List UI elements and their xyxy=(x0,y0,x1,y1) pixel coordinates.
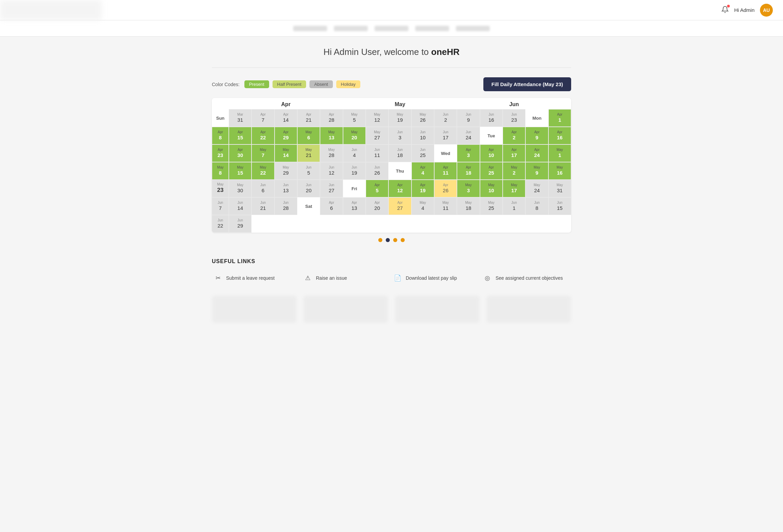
cal-cell: May8 xyxy=(212,162,229,180)
useful-links-grid: ✂Submit a leave request⚠Raise an issue📄D… xyxy=(212,271,571,285)
cal-cell: Jun18 xyxy=(388,144,411,162)
link-icon: 📄 xyxy=(393,273,402,283)
cal-cell: Apr22 xyxy=(252,127,274,144)
controls-row: Color Codes: Present Half Present Absent… xyxy=(212,77,571,91)
useful-link-item[interactable]: ⚠Raise an issue xyxy=(302,271,392,285)
notification-dot xyxy=(727,5,730,7)
cal-cell: Apr30 xyxy=(229,144,252,162)
cal-cell: May14 xyxy=(275,144,297,162)
pagination-dot-1[interactable] xyxy=(378,238,382,242)
bottom-blur-row xyxy=(212,296,571,323)
cal-cell: Jun13 xyxy=(275,180,297,197)
cal-cell: Jun14 xyxy=(229,197,252,215)
cal-cell: Jun2 xyxy=(434,109,457,127)
pagination-dots xyxy=(212,233,571,245)
useful-link-item[interactable]: ◎See assigned current objectives xyxy=(481,271,571,285)
useful-links-section: USEFUL LINKS ✂Submit a leave request⚠Rai… xyxy=(212,258,571,285)
month-jun: Jun xyxy=(457,98,571,109)
cal-cell: Jun16 xyxy=(480,109,503,127)
pagination-dot-3[interactable] xyxy=(393,238,397,242)
cal-cell: Apr10 xyxy=(480,144,503,162)
cal-cell: Apr17 xyxy=(503,144,525,162)
cal-cell: Jun19 xyxy=(343,162,366,180)
cal-cell: Apr6 xyxy=(320,197,343,215)
cal-cell: Apr4 xyxy=(411,162,434,180)
month-apr: Apr xyxy=(229,98,343,109)
cal-cell: May26 xyxy=(411,109,434,127)
cal-cell: Jun11 xyxy=(366,144,388,162)
cal-cell: Apr11 xyxy=(434,162,457,180)
cal-cell: May1 xyxy=(548,144,571,162)
blur-card xyxy=(395,296,480,323)
fill-attendance-button[interactable]: Fill Daily Attendance (May 23) xyxy=(483,77,571,91)
cal-cell: May23 xyxy=(212,180,229,197)
cal-cell: Jun24 xyxy=(457,127,480,144)
cal-cell: May30 xyxy=(229,180,252,197)
cal-cell: Jun29 xyxy=(229,215,252,233)
notification-icon[interactable] xyxy=(721,6,729,15)
topbar-blur xyxy=(0,0,102,20)
cal-cell: Apr24 xyxy=(525,144,548,162)
nav-bar xyxy=(0,20,783,37)
brand-name: oneHR xyxy=(431,47,460,57)
cal-cell: Jun7 xyxy=(212,197,229,215)
cal-cell: May6 xyxy=(297,127,320,144)
cal-cell: May15 xyxy=(229,162,252,180)
cal-cell: Jun27 xyxy=(320,180,343,197)
cal-cell: May4 xyxy=(411,197,434,215)
cal-cell: May20 xyxy=(343,127,366,144)
cal-cell: Jun9 xyxy=(457,109,480,127)
link-label: Submit a leave request xyxy=(226,275,275,281)
cal-cell: May21 xyxy=(297,144,320,162)
cal-row-label-wed: Wed xyxy=(434,144,457,162)
cal-cell: May24 xyxy=(525,180,548,197)
cal-cell: Apr21 xyxy=(297,109,320,127)
cal-cell: Mar31 xyxy=(229,109,252,127)
cal-cell: Jun8 xyxy=(525,197,548,215)
cal-cell: May25 xyxy=(480,197,503,215)
cal-cell: May11 xyxy=(434,197,457,215)
color-codes: Color Codes: Present Half Present Absent… xyxy=(212,80,360,88)
cal-cell: Jun4 xyxy=(343,144,366,162)
useful-link-item[interactable]: ✂Submit a leave request xyxy=(212,271,302,285)
cal-cell: May2 xyxy=(503,162,525,180)
cal-row-label-fri: Fri xyxy=(343,180,366,197)
blur-card xyxy=(486,296,571,323)
cal-cell: Apr2 xyxy=(503,127,525,144)
cal-cell: May18 xyxy=(457,197,480,215)
nav-blur-item xyxy=(293,26,327,31)
cal-cell: Apr23 xyxy=(212,144,229,162)
badge-holiday[interactable]: Holiday xyxy=(336,80,360,88)
cal-row-label-sat: Sat xyxy=(297,197,320,215)
color-codes-label: Color Codes: xyxy=(212,82,240,87)
cal-cell: Jun6 xyxy=(252,180,274,197)
cal-cell: Jun5 xyxy=(297,162,320,180)
cal-cell: Jun23 xyxy=(503,109,525,127)
badge-present[interactable]: Present xyxy=(244,80,269,88)
cal-cell: May31 xyxy=(548,180,571,197)
cal-cell: Apr27 xyxy=(388,197,411,215)
months-header: Apr May Jun xyxy=(212,98,571,109)
cal-cell: Apr14 xyxy=(275,109,297,127)
link-icon: ◎ xyxy=(483,273,492,283)
blur-card xyxy=(212,296,297,323)
pagination-dot-4[interactable] xyxy=(401,238,405,242)
cal-cell: Apr16 xyxy=(548,127,571,144)
badge-half-present[interactable]: Half Present xyxy=(273,80,306,88)
user-avatar[interactable]: AU xyxy=(760,4,773,17)
cal-cell: Apr28 xyxy=(320,109,343,127)
main-content: Hi Admin User, welcome to oneHR Color Co… xyxy=(205,37,578,333)
topbar-right: Hi Admin AU xyxy=(721,4,773,17)
nav-blur-item xyxy=(415,26,449,31)
cal-cell: Jun21 xyxy=(252,197,274,215)
cal-cell: Apr9 xyxy=(525,127,548,144)
cal-cell: Jun25 xyxy=(411,144,434,162)
pagination-dot-2[interactable] xyxy=(386,238,390,242)
link-icon: ⚠ xyxy=(303,273,313,283)
cal-row-label-sun: Sun xyxy=(212,109,229,127)
useful-link-item[interactable]: 📄Download latest pay slip xyxy=(392,271,481,285)
cal-cell: Apr25 xyxy=(480,162,503,180)
badge-absent[interactable]: Absent xyxy=(309,80,333,88)
cal-cell: May28 xyxy=(320,144,343,162)
cal-cell: May3 xyxy=(457,180,480,197)
